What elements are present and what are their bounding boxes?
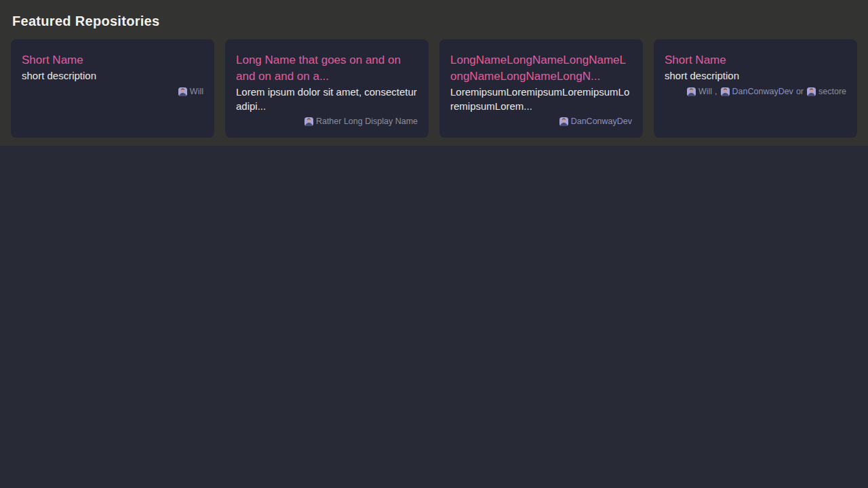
repo-card[interactable]: Short Name short description Will , DanC… — [654, 39, 857, 138]
repo-card[interactable]: LongNameLongNameLongNameLongNameLongName… — [439, 39, 643, 138]
maintainer: Rather Long Display Name — [304, 117, 418, 127]
section-title: Featured Repositories — [12, 14, 857, 29]
avatar-icon — [687, 87, 696, 96]
maintainers-row: Rather Long Display Name — [236, 117, 418, 127]
repo-description: short description — [22, 69, 203, 83]
maintainer-name[interactable]: sectore — [818, 87, 846, 97]
maintainers-row: Will , DanConwayDev or sectore — [665, 87, 846, 97]
repo-cards-row: Short Name short description Will Long N… — [11, 39, 857, 138]
maintainer: DanConwayDev or — [721, 87, 804, 97]
avatar-icon — [807, 87, 816, 96]
maintainer-separator: , — [715, 87, 717, 97]
avatar-icon — [721, 87, 730, 96]
repo-description: short description — [665, 69, 846, 83]
maintainers-row: DanConwayDev — [450, 117, 632, 127]
maintainer-name[interactable]: DanConwayDev — [732, 87, 793, 97]
maintainer: sectore — [807, 87, 846, 97]
repo-name[interactable]: Long Name that goes on and on and on and… — [236, 52, 418, 85]
repo-description: Lorem ipsum dolor sit amet, consectetur … — [236, 85, 418, 113]
repo-name[interactable]: LongNameLongNameLongNameLongNameLongName… — [450, 52, 632, 85]
repo-card[interactable]: Short Name short description Will — [11, 39, 214, 138]
featured-repositories-section: Featured Repositories Short Name short d… — [0, 0, 868, 146]
maintainer: Will — [178, 87, 203, 97]
repo-name[interactable]: Short Name — [665, 52, 846, 68]
repo-name[interactable]: Short Name — [22, 52, 203, 68]
maintainer: Will , — [687, 87, 717, 97]
repo-card[interactable]: Long Name that goes on and on and on and… — [225, 39, 429, 138]
maintainer-name[interactable]: DanConwayDev — [571, 117, 632, 127]
avatar-icon — [559, 117, 568, 126]
avatar-icon — [304, 117, 313, 126]
maintainer-name[interactable]: Will — [698, 87, 712, 97]
repo-description: LoremipsumLoremipsumLoremipsumLoremipsum… — [450, 85, 632, 113]
maintainer-name[interactable]: Will — [190, 87, 203, 97]
maintainer: DanConwayDev — [559, 117, 632, 127]
maintainers-row: Will — [22, 87, 203, 97]
maintainer-separator: or — [796, 87, 804, 97]
avatar-icon — [178, 87, 187, 96]
maintainer-name[interactable]: Rather Long Display Name — [316, 117, 418, 127]
